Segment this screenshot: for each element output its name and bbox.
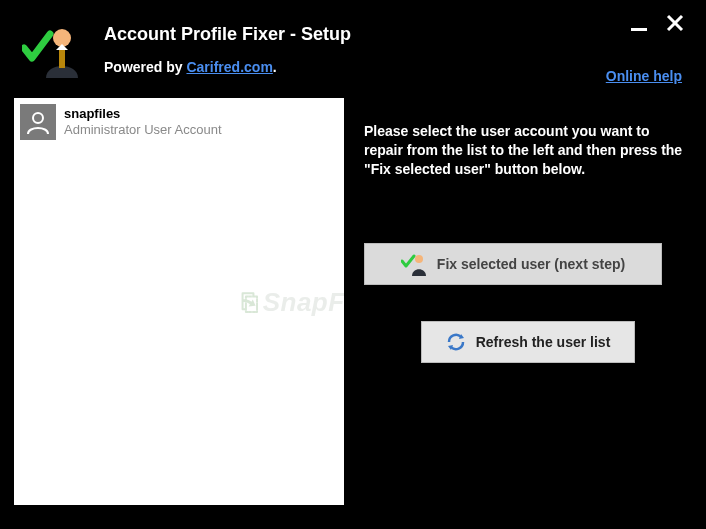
user-list-item[interactable]: snapfiles Administrator User Account xyxy=(14,98,344,146)
powered-by: Powered by Carifred.com. xyxy=(104,59,684,75)
refresh-button-label: Refresh the user list xyxy=(476,334,611,350)
header: Account Profile Fixer - Setup Powered by… xyxy=(0,0,706,90)
powered-prefix: Powered by xyxy=(104,59,186,75)
watermark: ⎘SnapFiles xyxy=(242,286,344,317)
svg-rect-2 xyxy=(631,28,647,31)
user-text: snapfiles Administrator User Account xyxy=(64,106,222,137)
fix-button-label: Fix selected user (next step) xyxy=(437,256,625,272)
right-panel: Please select the user account you want … xyxy=(364,98,692,505)
fix-selected-user-button[interactable]: Fix selected user (next step) xyxy=(364,243,662,285)
title-block: Account Profile Fixer - Setup Powered by… xyxy=(104,20,684,75)
minimize-button[interactable] xyxy=(630,14,648,32)
refresh-icon xyxy=(446,332,466,352)
powered-link[interactable]: Carifred.com xyxy=(186,59,272,75)
svg-rect-1 xyxy=(59,50,65,68)
svg-point-6 xyxy=(415,255,423,263)
refresh-user-list-button[interactable]: Refresh the user list xyxy=(421,321,635,363)
app-logo-icon xyxy=(22,20,82,80)
user-role: Administrator User Account xyxy=(64,122,222,138)
window-controls xyxy=(630,14,684,32)
user-name: snapfiles xyxy=(64,106,222,122)
main-area: snapfiles Administrator User Account ⎘Sn… xyxy=(0,90,706,519)
online-help-link[interactable]: Online help xyxy=(606,68,682,84)
person-check-icon xyxy=(401,251,427,277)
svg-point-5 xyxy=(33,113,43,123)
powered-suffix: . xyxy=(273,59,277,75)
close-button[interactable] xyxy=(666,14,684,32)
instructions-text: Please select the user account you want … xyxy=(364,122,692,179)
user-list[interactable]: snapfiles Administrator User Account ⎘Sn… xyxy=(14,98,344,505)
user-avatar-icon xyxy=(20,104,56,140)
app-title: Account Profile Fixer - Setup xyxy=(104,24,684,45)
